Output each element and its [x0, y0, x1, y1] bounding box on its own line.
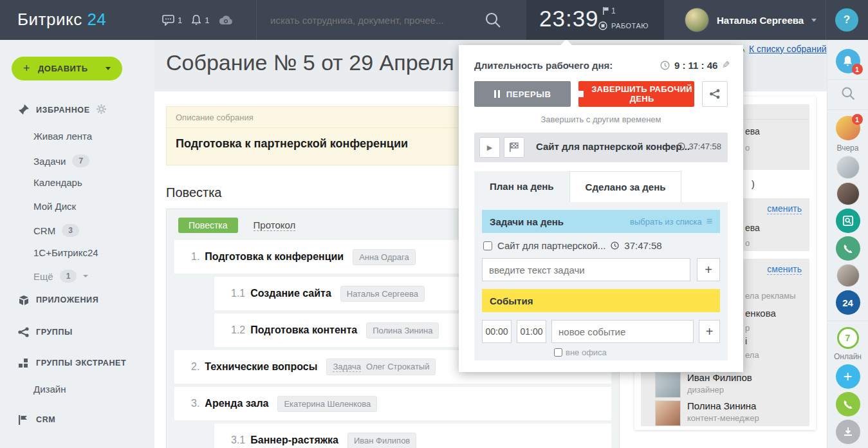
back-to-meetings-link[interactable]: К списку собраний — [735, 44, 827, 54]
finish-other-time-link[interactable]: Завершить с другим временем — [459, 115, 743, 124]
phone-icon — [842, 399, 853, 410]
rail-divider — [827, 321, 868, 321]
add-event-button[interactable]: + — [699, 320, 720, 343]
agenda-item-3-1[interactable]: 3.1 Баннер-растяжка Иван Филипов — [214, 424, 611, 448]
sidebar-item-calendar[interactable]: Календарь — [33, 177, 82, 188]
active-task-name[interactable]: Сайт для партнерской конфер... — [536, 141, 690, 152]
sidebar-item-my-disk[interactable]: Мой Диск — [33, 201, 76, 212]
sidebar-item-tasks[interactable]: Задачи7 — [33, 154, 89, 167]
clock-icon — [660, 61, 670, 70]
work-status[interactable]: РАБОТАЮ — [598, 21, 649, 30]
event-time-to-input[interactable] — [517, 320, 546, 343]
finish-flag-icon[interactable] — [504, 137, 524, 158]
text-fragment: ) — [752, 179, 755, 189]
pause-icon — [494, 90, 500, 98]
call-contact-button[interactable] — [836, 236, 860, 261]
global-search[interactable] — [270, 0, 483, 40]
participant-row[interactable]: Иван Филиповдизайнер — [655, 372, 752, 398]
search-input[interactable] — [270, 15, 483, 26]
owner-badge: Иван Филипов — [347, 433, 416, 448]
gear-icon[interactable] — [97, 104, 106, 116]
add-task-button[interactable]: + — [697, 258, 720, 281]
logo-text: Битрикс — [17, 10, 82, 29]
notifications-bell-button[interactable]: 1 — [836, 49, 860, 73]
out-of-office-row: вне офиса — [554, 348, 720, 357]
crm-flag-icon — [18, 415, 28, 427]
sidebar-header-apps[interactable]: ПРИЛОЖЕНИЯ — [36, 295, 98, 304]
telephony-button[interactable] — [836, 392, 860, 416]
sidebar-header-groups[interactable]: ГРУППЫ — [36, 328, 73, 337]
phone-icon — [842, 243, 853, 254]
task-item-label[interactable]: Сайт для партнерской... — [497, 240, 605, 251]
share-button[interactable] — [702, 81, 728, 107]
flag-icon — [602, 7, 609, 15]
invite-add-button[interactable]: + — [836, 364, 860, 389]
flag-counter: 1 — [602, 6, 616, 15]
tab-protocol[interactable]: Протокол — [254, 219, 296, 231]
sidebar-item-1c-bitrix24[interactable]: 1С+Битрикс24 — [33, 247, 98, 258]
tasks-count-badge: 7 — [72, 154, 89, 167]
sidebar-header-crm[interactable]: CRM — [36, 415, 55, 424]
sidebar-header-favorites[interactable]: ИЗБРАННОЕ — [36, 104, 106, 116]
stop-icon — [578, 91, 584, 97]
active-task-bar: ▶ Сайт для партнерской конфер... 37:47:5… — [474, 133, 728, 162]
change-link[interactable]: сменить — [767, 203, 802, 214]
bell-icon[interactable]: 1 — [191, 15, 209, 26]
popup-header: Длительность рабочего дня: 9 : 11 : 46 ✎ — [474, 59, 730, 71]
sidebar-item-live-feed[interactable]: Живая лента — [33, 131, 92, 142]
finish-workday-button[interactable]: ЗАВЕРШИТЬ РАБОЧИЙ ДЕНЬ — [578, 81, 694, 107]
duration-label: Длительность рабочего дня: — [474, 60, 613, 71]
sidebar-item-crm[interactable]: CRM3 — [33, 224, 79, 237]
notifications-badge: 1 — [852, 64, 863, 75]
right-rail: 1 1 Вчера 24 7 Онлайн + — [827, 40, 868, 448]
online-counter[interactable]: 7 — [837, 327, 859, 349]
messages-badge: 1 — [852, 114, 863, 125]
search-icon[interactable] — [484, 11, 502, 32]
add-button[interactable]: + ДОБАВИТЬ — [12, 57, 122, 80]
hamburger-icon: ≡ — [706, 216, 712, 227]
doc-search-button[interactable] — [836, 209, 860, 233]
cloud-icon[interactable] — [218, 15, 234, 25]
agenda-item-3[interactable]: 3. Аренда зала Екатерина Шеленкова — [174, 387, 611, 420]
recent-contact-avatar[interactable] — [836, 264, 860, 287]
recent-contact-avatar[interactable] — [836, 182, 860, 205]
play-icon[interactable]: ▶ — [479, 137, 500, 158]
share-icon — [709, 89, 721, 99]
active-task-time: 37:47:58 — [677, 142, 721, 151]
task-checkbox[interactable] — [483, 241, 492, 250]
participant-row[interactable]: Полина Зининаконтент-менеджер — [655, 400, 759, 426]
left-sidebar: + ДОБАВИТЬ ИЗБРАННОЕ Живая лента Задачи7… — [0, 40, 154, 448]
break-button[interactable]: ПЕРЕРЫВ — [474, 81, 571, 107]
workday-time-widget[interactable]: 23:39 1 РАБОТАЮ — [526, 0, 664, 40]
sidebar-item-design[interactable]: Дизайн — [33, 384, 66, 395]
new-task-input[interactable] — [482, 258, 690, 281]
tab-day-plan[interactable]: План на день — [474, 171, 569, 202]
bitrix24-network-button[interactable]: 24 — [836, 290, 860, 315]
sidebar-item-more[interactable]: Ещё1 — [33, 270, 88, 283]
change-link[interactable]: сменить — [767, 264, 802, 275]
app-logo[interactable]: Битрикс 24 — [17, 10, 106, 30]
chat-icon[interactable]: 1 — [162, 15, 182, 26]
user-menu[interactable]: Наталья Сергеева — [664, 0, 826, 40]
popup-tabs: План на день Сделано за день — [474, 171, 681, 202]
out-of-office-checkbox[interactable] — [554, 348, 562, 357]
sidebar-header-extranet-groups[interactable]: ГРУППЫ ЭКСТРАНЕТ — [36, 359, 126, 368]
tab-agenda[interactable]: Повестка — [178, 218, 238, 233]
help-button[interactable]: ? — [835, 8, 858, 32]
task-link[interactable]: Задача — [333, 362, 361, 372]
recent-contact-avatar[interactable] — [836, 156, 860, 179]
chat-contact-avatar[interactable]: 1 — [836, 116, 860, 140]
download-app-button[interactable] — [836, 420, 860, 444]
event-time-from-input[interactable] — [482, 320, 512, 343]
new-event-input[interactable] — [551, 320, 694, 343]
help-zone: ? — [826, 0, 868, 40]
workday-popup: Длительность рабочего дня: 9 : 11 : 46 ✎… — [459, 45, 743, 372]
tab-day-done[interactable]: Сделано за день — [569, 171, 682, 202]
current-time: 23:39 — [539, 6, 599, 32]
rail-search-icon[interactable] — [840, 86, 856, 104]
tasks-header-bar: Задачи на день выбрать из списка ≡ — [482, 210, 720, 233]
plus-icon: + — [23, 62, 30, 75]
edit-pencil-icon[interactable]: ✎ — [722, 59, 730, 71]
choose-from-list-link[interactable]: выбрать из списка ≡ — [630, 216, 712, 227]
new-event-row: + — [482, 320, 720, 343]
